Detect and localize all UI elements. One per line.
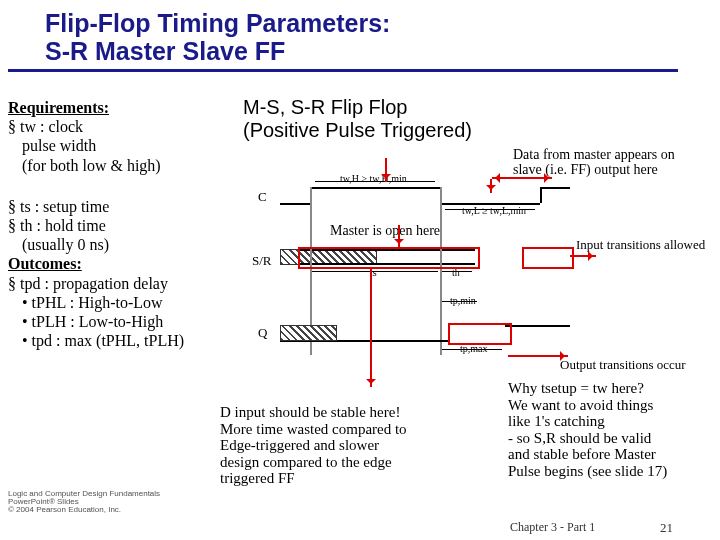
title-line1: Flip-Flop Timing Parameters: [45,9,390,37]
red-arrow-input [570,255,596,257]
signal-c-label: C [258,189,267,205]
red-box-output [448,323,512,345]
pearson-credit: Logic and Computer Design Fundamentals P… [8,490,160,514]
red-arrow-down-clock [385,158,387,182]
requirements-head: Requirements: [8,98,238,117]
label-twl: tw,L ≥ tw,L,min [462,205,526,216]
red-box-input-allowed [522,247,574,269]
note-d-input: D input should be stable here! More time… [220,404,490,487]
title-line2: S-R Master Slave FF [45,37,285,65]
tphl-line: tPHL : High-to-Low [22,293,238,312]
page-number: 21 [660,520,673,536]
tplh-line: tPLH : Low-to-High [22,312,238,331]
tpd-line: tpd : propagation delay [8,274,238,293]
red-arrow-right-slave [492,177,552,179]
label-twh: tw,H ≥ tw,H,min [340,173,407,184]
tw-line1: tw : clock [8,117,238,136]
red-arrow-master-open [398,225,400,247]
red-arrow-down-dinput [370,267,372,387]
th-line: th : hold time [8,216,238,235]
th-note: (usually 0 ns) [22,235,238,254]
outcomes-head: Outcomes: [8,254,238,273]
note-why: Why tsetup = tw here? We want to avoid t… [508,380,718,479]
timing-diagram: C tw,H ≥ tw,H,min tw,L ≥ tw,L,min S/R ts… [280,185,580,375]
red-arrow-output [508,355,568,357]
signal-sr-label: S/R [252,253,272,269]
ff-heading: M-S, S-R Flip Flop (Positive Pulse Trigg… [243,96,472,142]
tw-line3: (for both low & high) [22,156,238,175]
title-underline [8,69,678,72]
tpdmax-line: tpd : max (tPHL, tPLH) [22,331,238,350]
ts-line: ts : setup time [8,197,238,216]
tw-line2: pulse width [22,136,238,155]
red-box-sr-stable [298,247,480,269]
footer-chapter: Chapter 3 - Part 1 [510,520,595,535]
signal-q-label: Q [258,325,267,341]
left-column: Requirements: tw : clock pulse width (fo… [8,98,238,350]
